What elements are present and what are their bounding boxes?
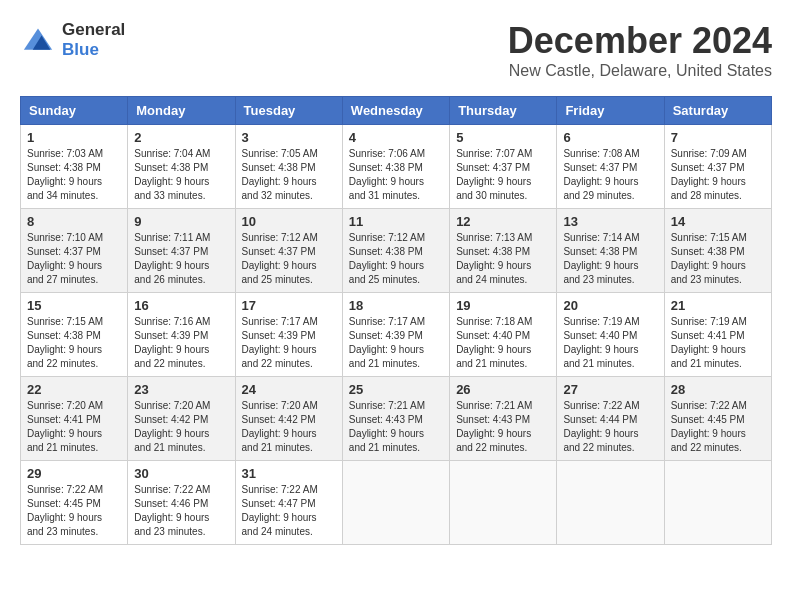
cell-info: Sunrise: 7:12 AMSunset: 4:38 PMDaylight:… — [349, 232, 425, 285]
day-number: 14 — [671, 214, 765, 229]
calendar-cell: 27Sunrise: 7:22 AMSunset: 4:44 PMDayligh… — [557, 377, 664, 461]
logo-general: General — [62, 20, 125, 39]
cell-info: Sunrise: 7:21 AMSunset: 4:43 PMDaylight:… — [456, 400, 532, 453]
day-number: 30 — [134, 466, 228, 481]
day-number: 18 — [349, 298, 443, 313]
day-number: 21 — [671, 298, 765, 313]
calendar-cell: 6Sunrise: 7:08 AMSunset: 4:37 PMDaylight… — [557, 125, 664, 209]
day-number: 28 — [671, 382, 765, 397]
day-number: 23 — [134, 382, 228, 397]
calendar-cell: 29Sunrise: 7:22 AMSunset: 4:45 PMDayligh… — [21, 461, 128, 545]
calendar-cell: 13Sunrise: 7:14 AMSunset: 4:38 PMDayligh… — [557, 209, 664, 293]
cell-info: Sunrise: 7:12 AMSunset: 4:37 PMDaylight:… — [242, 232, 318, 285]
calendar-cell: 16Sunrise: 7:16 AMSunset: 4:39 PMDayligh… — [128, 293, 235, 377]
calendar-cell: 28Sunrise: 7:22 AMSunset: 4:45 PMDayligh… — [664, 377, 771, 461]
calendar-cell: 11Sunrise: 7:12 AMSunset: 4:38 PMDayligh… — [342, 209, 449, 293]
calendar-cell: 5Sunrise: 7:07 AMSunset: 4:37 PMDaylight… — [450, 125, 557, 209]
cell-info: Sunrise: 7:15 AMSunset: 4:38 PMDaylight:… — [671, 232, 747, 285]
cell-info: Sunrise: 7:09 AMSunset: 4:37 PMDaylight:… — [671, 148, 747, 201]
calendar-cell: 24Sunrise: 7:20 AMSunset: 4:42 PMDayligh… — [235, 377, 342, 461]
cell-info: Sunrise: 7:13 AMSunset: 4:38 PMDaylight:… — [456, 232, 532, 285]
day-number: 10 — [242, 214, 336, 229]
cell-info: Sunrise: 7:17 AMSunset: 4:39 PMDaylight:… — [349, 316, 425, 369]
cell-info: Sunrise: 7:17 AMSunset: 4:39 PMDaylight:… — [242, 316, 318, 369]
cell-info: Sunrise: 7:10 AMSunset: 4:37 PMDaylight:… — [27, 232, 103, 285]
col-header-saturday: Saturday — [664, 97, 771, 125]
cell-info: Sunrise: 7:19 AMSunset: 4:41 PMDaylight:… — [671, 316, 747, 369]
cell-info: Sunrise: 7:19 AMSunset: 4:40 PMDaylight:… — [563, 316, 639, 369]
calendar-cell: 1Sunrise: 7:03 AMSunset: 4:38 PMDaylight… — [21, 125, 128, 209]
cell-info: Sunrise: 7:11 AMSunset: 4:37 PMDaylight:… — [134, 232, 210, 285]
calendar-header-row: SundayMondayTuesdayWednesdayThursdayFrid… — [21, 97, 772, 125]
day-number: 5 — [456, 130, 550, 145]
logo-text: General Blue — [62, 20, 125, 60]
col-header-tuesday: Tuesday — [235, 97, 342, 125]
cell-info: Sunrise: 7:22 AMSunset: 4:46 PMDaylight:… — [134, 484, 210, 537]
day-number: 27 — [563, 382, 657, 397]
calendar-cell: 20Sunrise: 7:19 AMSunset: 4:40 PMDayligh… — [557, 293, 664, 377]
cell-info: Sunrise: 7:15 AMSunset: 4:38 PMDaylight:… — [27, 316, 103, 369]
col-header-wednesday: Wednesday — [342, 97, 449, 125]
day-number: 22 — [27, 382, 121, 397]
main-title: December 2024 — [508, 20, 772, 62]
calendar-cell: 23Sunrise: 7:20 AMSunset: 4:42 PMDayligh… — [128, 377, 235, 461]
calendar-cell: 14Sunrise: 7:15 AMSunset: 4:38 PMDayligh… — [664, 209, 771, 293]
page-header: General Blue December 2024 New Castle, D… — [20, 20, 772, 80]
calendar-week-5: 29Sunrise: 7:22 AMSunset: 4:45 PMDayligh… — [21, 461, 772, 545]
cell-info: Sunrise: 7:22 AMSunset: 4:44 PMDaylight:… — [563, 400, 639, 453]
col-header-sunday: Sunday — [21, 97, 128, 125]
title-section: December 2024 New Castle, Delaware, Unit… — [508, 20, 772, 80]
cell-info: Sunrise: 7:22 AMSunset: 4:45 PMDaylight:… — [27, 484, 103, 537]
calendar-cell: 8Sunrise: 7:10 AMSunset: 4:37 PMDaylight… — [21, 209, 128, 293]
cell-info: Sunrise: 7:04 AMSunset: 4:38 PMDaylight:… — [134, 148, 210, 201]
calendar-cell: 15Sunrise: 7:15 AMSunset: 4:38 PMDayligh… — [21, 293, 128, 377]
calendar-cell: 10Sunrise: 7:12 AMSunset: 4:37 PMDayligh… — [235, 209, 342, 293]
calendar-cell: 25Sunrise: 7:21 AMSunset: 4:43 PMDayligh… — [342, 377, 449, 461]
col-header-thursday: Thursday — [450, 97, 557, 125]
day-number: 7 — [671, 130, 765, 145]
calendar-cell: 2Sunrise: 7:04 AMSunset: 4:38 PMDaylight… — [128, 125, 235, 209]
day-number: 19 — [456, 298, 550, 313]
day-number: 25 — [349, 382, 443, 397]
day-number: 3 — [242, 130, 336, 145]
calendar-cell: 3Sunrise: 7:05 AMSunset: 4:38 PMDaylight… — [235, 125, 342, 209]
col-header-monday: Monday — [128, 97, 235, 125]
cell-info: Sunrise: 7:08 AMSunset: 4:37 PMDaylight:… — [563, 148, 639, 201]
day-number: 11 — [349, 214, 443, 229]
day-number: 24 — [242, 382, 336, 397]
cell-info: Sunrise: 7:18 AMSunset: 4:40 PMDaylight:… — [456, 316, 532, 369]
cell-info: Sunrise: 7:03 AMSunset: 4:38 PMDaylight:… — [27, 148, 103, 201]
cell-info: Sunrise: 7:22 AMSunset: 4:45 PMDaylight:… — [671, 400, 747, 453]
cell-info: Sunrise: 7:06 AMSunset: 4:38 PMDaylight:… — [349, 148, 425, 201]
calendar-cell: 22Sunrise: 7:20 AMSunset: 4:41 PMDayligh… — [21, 377, 128, 461]
subtitle: New Castle, Delaware, United States — [508, 62, 772, 80]
day-number: 12 — [456, 214, 550, 229]
day-number: 4 — [349, 130, 443, 145]
cell-info: Sunrise: 7:20 AMSunset: 4:42 PMDaylight:… — [134, 400, 210, 453]
day-number: 13 — [563, 214, 657, 229]
calendar-table: SundayMondayTuesdayWednesdayThursdayFrid… — [20, 96, 772, 545]
logo-blue: Blue — [62, 40, 99, 59]
day-number: 8 — [27, 214, 121, 229]
day-number: 20 — [563, 298, 657, 313]
logo: General Blue — [20, 20, 125, 60]
col-header-friday: Friday — [557, 97, 664, 125]
calendar-cell: 7Sunrise: 7:09 AMSunset: 4:37 PMDaylight… — [664, 125, 771, 209]
day-number: 9 — [134, 214, 228, 229]
cell-info: Sunrise: 7:16 AMSunset: 4:39 PMDaylight:… — [134, 316, 210, 369]
calendar-week-2: 8Sunrise: 7:10 AMSunset: 4:37 PMDaylight… — [21, 209, 772, 293]
cell-info: Sunrise: 7:14 AMSunset: 4:38 PMDaylight:… — [563, 232, 639, 285]
day-number: 6 — [563, 130, 657, 145]
cell-info: Sunrise: 7:05 AMSunset: 4:38 PMDaylight:… — [242, 148, 318, 201]
calendar-cell: 30Sunrise: 7:22 AMSunset: 4:46 PMDayligh… — [128, 461, 235, 545]
calendar-cell: 19Sunrise: 7:18 AMSunset: 4:40 PMDayligh… — [450, 293, 557, 377]
cell-info: Sunrise: 7:22 AMSunset: 4:47 PMDaylight:… — [242, 484, 318, 537]
calendar-cell — [450, 461, 557, 545]
day-number: 17 — [242, 298, 336, 313]
calendar-cell: 12Sunrise: 7:13 AMSunset: 4:38 PMDayligh… — [450, 209, 557, 293]
day-number: 1 — [27, 130, 121, 145]
day-number: 31 — [242, 466, 336, 481]
calendar-cell: 17Sunrise: 7:17 AMSunset: 4:39 PMDayligh… — [235, 293, 342, 377]
cell-info: Sunrise: 7:07 AMSunset: 4:37 PMDaylight:… — [456, 148, 532, 201]
day-number: 15 — [27, 298, 121, 313]
